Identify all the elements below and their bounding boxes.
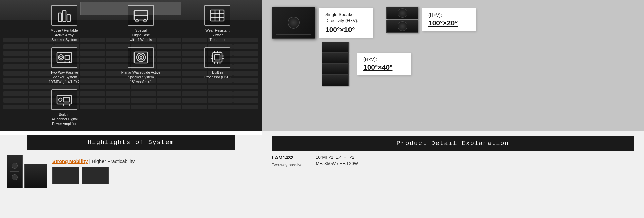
right-column: Single Speaker Directivity (H×V): 100°×1… <box>262 0 644 218</box>
single-speaker-info-card: Single Speaker Directivity (H×V): 100°×1… <box>319 8 373 38</box>
mobility-headline: Strong Mobility | Higher Practicability <box>52 159 255 164</box>
speaker-unit-1 <box>386 7 418 19</box>
bottom-speaker-1 <box>52 167 79 184</box>
four-speaker-info-card: (H×V): 100°×40° <box>357 53 411 75</box>
seat <box>3 44 28 49</box>
two-way-icon <box>51 47 77 68</box>
svg-point-6 <box>144 19 146 22</box>
model-name: LAM1432 <box>272 155 302 160</box>
spec-value-2: MF: 350W / HF:120W <box>316 161 358 166</box>
highlights-banner: Highlights of System <box>27 135 235 150</box>
mobile-array-label: Moblie / Rentable Active Array Speaker S… <box>51 28 78 42</box>
speaker-cone-icon <box>288 17 300 29</box>
speaker-unit-top <box>322 42 349 53</box>
spec-model-col: LAM1432 Two-way passive <box>272 155 302 168</box>
speaker-unit-2 <box>322 53 349 64</box>
highlights-section: Highlights of System Strong Mobility | H… <box>0 135 262 218</box>
dsp-label: Built-in Processor (DSP) <box>204 70 231 79</box>
wide-speaker-image <box>24 164 47 188</box>
highlights-content: Strong Mobility | Higher Practicability <box>0 155 262 188</box>
speaker-cone-icon <box>398 8 407 18</box>
svg-point-21 <box>140 56 142 58</box>
speaker-unit-2 <box>386 20 418 33</box>
flight-case-icon <box>128 5 154 26</box>
tall-speaker-image <box>7 155 23 188</box>
product-detail-title: Product Detail Explanation <box>396 140 509 147</box>
model-type: Two-way passive <box>272 163 302 167</box>
feature-wear-resistant: Wear-Resistant Surface Treatment <box>180 5 255 42</box>
svg-point-20 <box>138 55 144 60</box>
planar-icon <box>128 47 154 68</box>
four-speaker-stack-image <box>322 42 349 86</box>
wear-resistant-label: Wear-Resistant Surface Treatment <box>205 28 229 42</box>
speaker-woofer-circle <box>12 163 18 169</box>
speaker-cone-icon <box>398 21 407 31</box>
seat <box>3 71 28 76</box>
svg-point-13 <box>58 55 64 60</box>
dark-section: Moblie / Rentable Active Array Speaker S… <box>0 0 262 131</box>
left-column: Moblie / Rentable Active Array Speaker S… <box>0 0 262 218</box>
two-speaker-angle: 100°×20° <box>428 19 470 27</box>
strong-mobility-text: Strong Mobility <box>52 159 88 164</box>
dsp-icon <box>204 47 230 68</box>
svg-rect-23 <box>215 55 220 60</box>
seat <box>3 58 28 62</box>
wear-resistant-icon <box>204 5 230 26</box>
mobility-area: Strong Mobility | Higher Practicability <box>52 159 255 184</box>
seat <box>3 105 28 109</box>
seat <box>3 51 28 56</box>
features-grid: Moblie / Rentable Active Array Speaker S… <box>27 5 255 126</box>
amplifier-icon <box>51 89 77 110</box>
spec-values-col: 10"MF×1, 1.4"HF×2 MF: 350W / HF:120W <box>316 155 358 168</box>
feature-mobile-array: Moblie / Rentable Active Array Speaker S… <box>27 5 102 42</box>
seat <box>3 64 28 69</box>
svg-point-35 <box>59 98 62 101</box>
product-detail-banner: Product Detail Explanation <box>272 136 634 151</box>
amplifier-label: Built-in 3-Channel Digital Power Amplifi… <box>51 112 78 126</box>
svg-rect-15 <box>65 55 70 59</box>
four-speaker-hv-label: (H×V): <box>363 57 405 62</box>
seat <box>3 38 28 42</box>
seat <box>3 85 28 89</box>
spec-table: LAM1432 Two-way passive 10"MF×1, 1.4"HF×… <box>272 155 634 168</box>
speaker-visual <box>7 155 47 188</box>
speaker-unit-4 <box>322 75 349 86</box>
two-speaker-stack-image <box>386 7 418 33</box>
bottom-speaker-row <box>52 167 255 184</box>
speaker-bar <box>10 171 19 172</box>
two-speaker-hv-label: (H×V): <box>428 12 470 18</box>
planar-label: Planar Waveguide Active Speaker System 1… <box>121 70 160 85</box>
four-speaker-angle: 100°×40° <box>363 63 405 71</box>
seat <box>3 91 28 96</box>
spec-value-1: 10"MF×1, 1.4"HF×2 <box>316 155 358 160</box>
highlights-title: Highlights of System <box>88 139 174 146</box>
feature-planar: Planar Waveguide Active Speaker System 1… <box>103 47 178 85</box>
svg-rect-36 <box>64 97 70 102</box>
svg-rect-2 <box>67 15 70 21</box>
flight-case-label: Special Flight Case with 4 Wheels <box>130 28 152 42</box>
svg-rect-0 <box>58 13 62 21</box>
product-detail-section: Product Detail Explanation LAM1432 Two-w… <box>262 131 644 218</box>
single-speaker-dir: Single Speaker Directivity (H×V): 100°×1… <box>272 7 373 39</box>
higher-practicability-text: | Higher Practicability <box>88 159 135 164</box>
directivity-section: Single Speaker Directivity (H×V): 100°×1… <box>262 0 644 131</box>
two-way-label: Two-Way Passive Speaker System 10"MF×1, … <box>49 70 80 85</box>
svg-point-14 <box>60 56 62 59</box>
seat <box>3 98 28 103</box>
two-speaker-info-card: (H×V): 100°×20° <box>422 8 476 31</box>
bottom-speaker-2 <box>82 167 109 184</box>
single-speaker-title: Single Speaker Directivity (H×V): <box>325 12 367 24</box>
feature-amplifier: Built-in 3-Channel Digital Power Amplifi… <box>51 89 78 126</box>
speaker-tweeter-circle <box>12 174 18 180</box>
svg-rect-1 <box>63 11 66 21</box>
single-speaker-angle: 100°×10° <box>325 25 367 34</box>
svg-rect-7 <box>211 10 224 21</box>
feature-dsp: Built-in Processor (DSP) <box>180 47 255 85</box>
main-layout: Moblie / Rentable Active Array Speaker S… <box>0 0 644 218</box>
svg-point-5 <box>136 19 138 22</box>
svg-rect-22 <box>213 53 222 62</box>
feature-two-way: Two-Way Passive Speaker System 10"MF×1, … <box>27 47 102 85</box>
seat <box>3 78 28 83</box>
feature-flight-case: Special Flight Case with 4 Wheels <box>103 5 178 42</box>
single-speaker-image <box>272 7 315 39</box>
